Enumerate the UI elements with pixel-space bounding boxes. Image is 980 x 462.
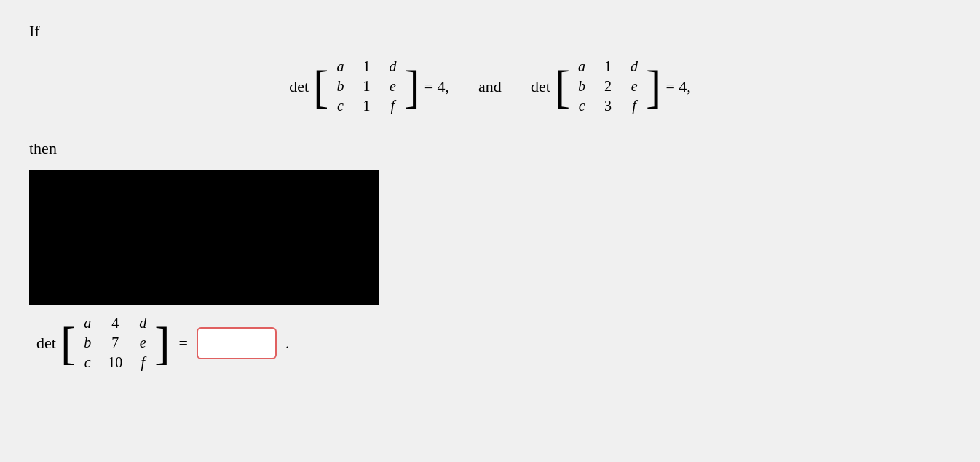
m2-r2c3: e	[628, 78, 640, 95]
m2-r3c3: f	[628, 98, 640, 114]
matrix1-grid: a 1 d b 1 e c 1 f	[328, 55, 404, 117]
m1-r3c1: c	[334, 98, 346, 114]
m1-r3c3: f	[387, 98, 398, 114]
matrix3-wrap: [ a 4 d b 7 e c 10 f ]	[60, 312, 170, 374]
m3-r1c3: d	[137, 315, 149, 332]
m3-r3c3: f	[137, 354, 149, 371]
m1-r1c1: a	[334, 58, 346, 75]
m3-r1c2: 4	[109, 315, 121, 332]
m1-r1c2: 1	[360, 58, 372, 75]
m2-r2c2: 2	[602, 78, 614, 95]
m2-r1c1: a	[576, 58, 588, 75]
matrix2-grid: a 1 d b 2 e c 3 f	[570, 55, 646, 117]
equals-answer: =	[179, 334, 188, 353]
det-expr-2: det [ a 1 d b 2 e c 3 f ] = 4,	[531, 55, 691, 117]
det-expr-3: det [ a 4 d b 7 e c 10 f ]	[36, 312, 170, 374]
m3-r3c1: c	[82, 354, 93, 371]
bracket-right-1: ]	[404, 63, 419, 110]
bracket-right-2: ]	[646, 63, 661, 110]
det-expr-1: det [ a 1 d b 1 e c 1 f ] = 4,	[289, 55, 449, 117]
matrix3-grid: a 4 d b 7 e c 10 f	[76, 312, 154, 374]
m1-r1c3: d	[387, 58, 398, 75]
and-word: and	[471, 77, 509, 96]
matrix1-wrap: [ a 1 d b 1 e c 1 f ]	[313, 55, 420, 117]
answer-row: det [ a 4 d b 7 e c 10 f ] = .	[29, 312, 951, 374]
m2-r2c1: b	[576, 78, 588, 95]
m3-r1c1: a	[82, 315, 93, 332]
condition-row: det [ a 1 d b 1 e c 1 f ] = 4, and det	[29, 55, 951, 117]
m3-r2c3: e	[137, 334, 149, 351]
det-word-1: det	[289, 77, 309, 96]
m1-r2c2: 1	[360, 78, 372, 95]
m2-r3c1: c	[576, 98, 588, 114]
bracket-left-1: [	[313, 63, 328, 110]
m3-r3c2: 10	[108, 354, 122, 371]
det-word-2: det	[531, 77, 550, 96]
m1-r2c1: b	[334, 78, 346, 95]
m2-r1c2: 1	[602, 58, 614, 75]
bracket-right-3: ]	[154, 320, 170, 367]
if-label: If	[29, 22, 951, 41]
bracket-left-3: [	[60, 320, 76, 367]
m1-r3c2: 1	[360, 98, 372, 114]
hidden-content-box	[29, 170, 379, 305]
period: .	[285, 334, 290, 353]
equals-2: = 4,	[665, 77, 690, 96]
m1-r2c3: e	[387, 78, 398, 95]
det-word-3: det	[36, 334, 56, 353]
matrix2-wrap: [ a 1 d b 2 e c 3 f ]	[555, 55, 662, 117]
equals-1: = 4,	[424, 77, 449, 96]
m2-r3c2: 3	[602, 98, 614, 114]
then-label: then	[29, 139, 951, 158]
m3-r2c2: 7	[109, 334, 121, 351]
m3-r2c1: b	[82, 334, 93, 351]
answer-input[interactable]	[197, 327, 277, 359]
bracket-left-2: [	[555, 63, 570, 110]
m2-r1c3: d	[628, 58, 640, 75]
